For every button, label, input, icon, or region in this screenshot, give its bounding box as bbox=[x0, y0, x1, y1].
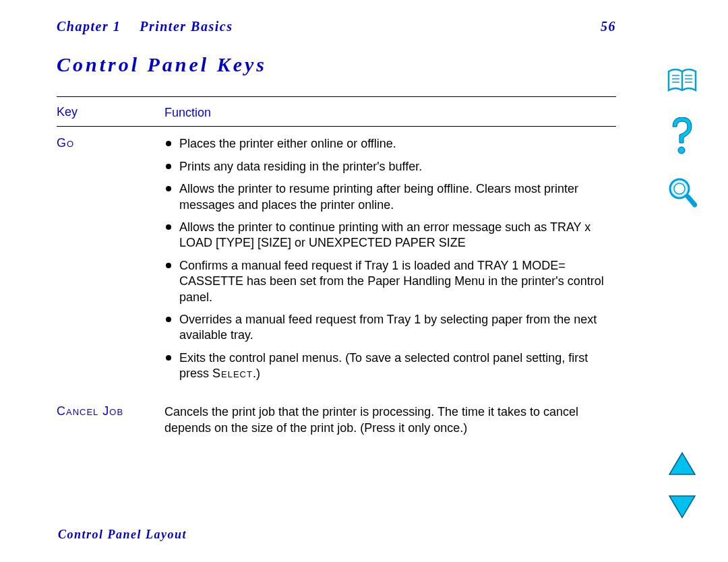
sidebar-tools bbox=[662, 67, 702, 214]
page-number: 56 bbox=[601, 19, 616, 34]
list-item: Exits the control panel menus. (To save … bbox=[164, 350, 616, 382]
chapter-label: Chapter 1 bbox=[57, 19, 121, 34]
go-bullets: Places the printer either online or offl… bbox=[164, 136, 616, 381]
svg-point-0 bbox=[678, 147, 685, 154]
svg-marker-5 bbox=[669, 496, 695, 518]
help-icon[interactable] bbox=[669, 117, 696, 158]
document-page: Chapter 1 Printer Basics 56 Control Pane… bbox=[0, 0, 728, 562]
svg-marker-4 bbox=[669, 453, 695, 474]
footer-link[interactable]: Control Panel Layout bbox=[58, 528, 187, 542]
chapter-title: Printer Basics bbox=[140, 19, 233, 34]
list-item: Overrides a manual feed request from Tra… bbox=[164, 312, 616, 344]
nav-arrows bbox=[662, 451, 702, 522]
page-down-icon[interactable] bbox=[668, 495, 696, 522]
content-area: Key Function Go Places the printer eithe… bbox=[57, 96, 616, 436]
key-cancel-job: Cancel Job bbox=[57, 404, 123, 418]
section-title: Control Panel Keys bbox=[57, 53, 728, 76]
list-item: Allows the printer to continue printing … bbox=[164, 220, 616, 251]
table-header-row: Key Function bbox=[57, 97, 616, 126]
search-icon[interactable] bbox=[667, 177, 697, 214]
list-item: Confirms a manual feed request if Tray 1… bbox=[164, 258, 616, 305]
col-header-key: Key bbox=[57, 105, 164, 119]
table-row: Go Places the printer either online or o… bbox=[57, 127, 616, 388]
svg-point-2 bbox=[674, 183, 685, 194]
list-item: Places the printer either online or offl… bbox=[164, 136, 616, 152]
table-row: Cancel Job Cancels the print job that th… bbox=[57, 388, 616, 436]
page-header: Chapter 1 Printer Basics 56 bbox=[57, 19, 616, 34]
list-item: Prints any data residing in the printer'… bbox=[164, 159, 616, 175]
key-go: Go bbox=[57, 136, 74, 150]
cancel-job-text: Cancels the print job that the printer i… bbox=[164, 404, 616, 436]
list-item: Allows the printer to resume printing af… bbox=[164, 181, 616, 213]
book-icon[interactable] bbox=[666, 67, 698, 98]
col-header-function: Function bbox=[164, 105, 616, 121]
svg-rect-3 bbox=[685, 194, 697, 208]
page-up-icon[interactable] bbox=[668, 451, 696, 478]
